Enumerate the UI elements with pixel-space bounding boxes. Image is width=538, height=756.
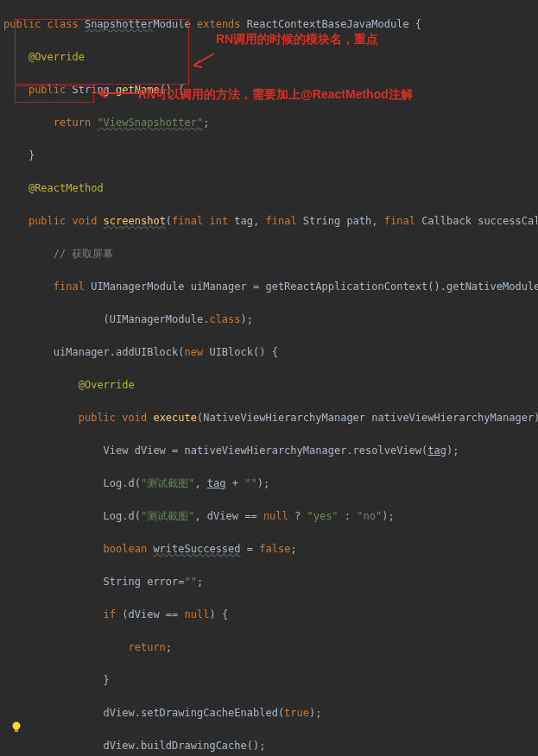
code-line: final UIManagerModule uiManager = getRea… — [3, 279, 535, 295]
code-line: public void screenshot(final int tag, fi… — [3, 213, 535, 230]
code-line: if (dView == null) { — [3, 607, 535, 623]
code-line: dView.setDrawingCacheEnabled(true); — [3, 705, 535, 721]
code-line: } — [3, 148, 535, 164]
code-line: Log.d("测试截图", dView == null ? "yes" : "n… — [3, 508, 535, 525]
code-line: String error=""; — [3, 574, 535, 590]
code-line: @ReactMethod — [3, 180, 535, 197]
code-line: public class SnapshotterModule extends R… — [3, 16, 535, 33]
code-line: @Override — [3, 49, 535, 66]
class-name: Snapshotter — [85, 18, 153, 30]
code-line: Log.d("测试截图", tag + ""); — [3, 476, 535, 492]
code-line: (UIManagerModule.class); — [3, 312, 535, 328]
code-line: boolean writeSuccessed = false; — [3, 541, 535, 558]
code-line: @Override — [3, 377, 535, 394]
code-line: return; — [3, 639, 535, 656]
code-line: return "ViewSnapshotter"; — [3, 115, 535, 131]
code-line: public String getName() { — [3, 82, 535, 98]
code-line: public void execute(NativeViewHierarchyM… — [3, 410, 535, 426]
code-line: } — [3, 672, 535, 689]
code-line: uiManager.addUIBlock(new UIBlock() { — [3, 344, 535, 361]
code-line: dView.buildDrawingCache(); — [3, 738, 535, 754]
code-line: // 获取屏幕 — [3, 246, 535, 262]
code-line: View dView = nativeViewHierarchyManager.… — [3, 443, 535, 459]
code-editor-area[interactable]: public class SnapshotterModule extends R… — [0, 0, 538, 756]
